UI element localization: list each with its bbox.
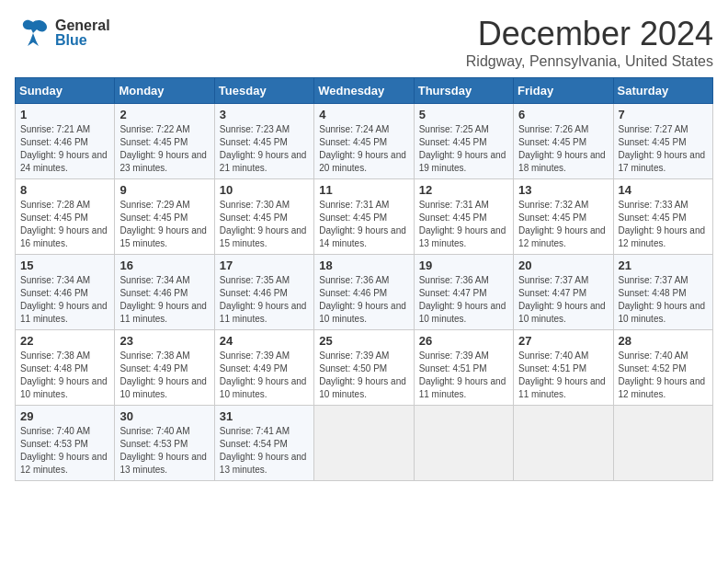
day-info: Sunrise: 7:29 AMSunset: 4:45 PMDaylight:… — [119, 200, 207, 248]
day-number: 18 — [319, 259, 408, 272]
logo: General Blue — [15, 15, 110, 52]
day-of-week-header: Sunday — [16, 78, 115, 104]
day-number: 30 — [119, 409, 209, 423]
location: Ridgway, Pennsylvania, United States — [466, 53, 713, 70]
day-number: 1 — [20, 108, 109, 121]
day-info: Sunrise: 7:40 AMSunset: 4:52 PMDaylight:… — [619, 350, 706, 399]
day-number: 15 — [20, 259, 109, 272]
day-info: Sunrise: 7:41 AMSunset: 4:54 PMDaylight:… — [220, 426, 307, 475]
calendar-day-cell: 23 Sunrise: 7:38 AMSunset: 4:49 PMDaylig… — [115, 330, 214, 406]
day-info: Sunrise: 7:30 AMSunset: 4:45 PMDaylight:… — [220, 200, 307, 248]
calendar-day-cell: 12 Sunrise: 7:31 AMSunset: 4:45 PMDaylig… — [414, 179, 513, 255]
calendar-table: SundayMondayTuesdayWednesdayThursdayFrid… — [15, 77, 713, 481]
calendar-day-cell: 13 Sunrise: 7:32 AMSunset: 4:45 PMDaylig… — [514, 179, 613, 255]
day-info: Sunrise: 7:27 AMSunset: 4:45 PMDaylight:… — [619, 124, 706, 173]
calendar-day-cell: 25 Sunrise: 7:39 AMSunset: 4:50 PMDaylig… — [314, 330, 414, 406]
day-of-week-header: Monday — [115, 78, 214, 104]
month-title: December 2024 — [466, 15, 713, 53]
day-info: Sunrise: 7:25 AMSunset: 4:45 PMDaylight:… — [419, 124, 506, 173]
day-info: Sunrise: 7:21 AMSunset: 4:46 PMDaylight:… — [20, 124, 108, 173]
day-number: 6 — [518, 108, 608, 121]
day-info: Sunrise: 7:40 AMSunset: 4:51 PMDaylight:… — [518, 350, 606, 399]
calendar-day-cell: 8 Sunrise: 7:28 AMSunset: 4:45 PMDayligh… — [16, 179, 115, 255]
calendar-day-cell: 2 Sunrise: 7:22 AMSunset: 4:45 PMDayligh… — [115, 104, 214, 179]
calendar-day-cell: 1 Sunrise: 7:21 AMSunset: 4:46 PMDayligh… — [16, 104, 115, 179]
day-of-week-header: Thursday — [414, 78, 513, 104]
calendar-week-row: 1 Sunrise: 7:21 AMSunset: 4:46 PMDayligh… — [16, 104, 713, 179]
day-of-week-header: Wednesday — [314, 78, 414, 104]
calendar-day-cell: 31 Sunrise: 7:41 AMSunset: 4:54 PMDaylig… — [214, 406, 313, 481]
logo-general: General — [55, 18, 110, 33]
day-number: 10 — [220, 183, 309, 197]
day-info: Sunrise: 7:26 AMSunset: 4:45 PMDaylight:… — [518, 124, 606, 173]
calendar-day-cell: 24 Sunrise: 7:39 AMSunset: 4:49 PMDaylig… — [214, 330, 313, 406]
day-of-week-header: Saturday — [613, 78, 712, 104]
calendar-day-cell: 29 Sunrise: 7:40 AMSunset: 4:53 PMDaylig… — [16, 406, 115, 481]
title-area: December 2024 Ridgway, Pennsylvania, Uni… — [466, 15, 713, 70]
day-number: 13 — [518, 183, 608, 197]
calendar-day-cell: 11 Sunrise: 7:31 AMSunset: 4:45 PMDaylig… — [314, 179, 414, 255]
day-info: Sunrise: 7:32 AMSunset: 4:45 PMDaylight:… — [518, 200, 606, 248]
day-info: Sunrise: 7:37 AMSunset: 4:47 PMDaylight:… — [518, 275, 606, 324]
logo-bird-icon — [15, 15, 51, 52]
calendar-day-cell: 22 Sunrise: 7:38 AMSunset: 4:48 PMDaylig… — [16, 330, 115, 406]
day-number: 20 — [518, 259, 608, 272]
day-number: 22 — [20, 334, 109, 348]
calendar-day-cell: 5 Sunrise: 7:25 AMSunset: 4:45 PMDayligh… — [414, 104, 513, 179]
calendar-week-row: 22 Sunrise: 7:38 AMSunset: 4:48 PMDaylig… — [16, 330, 713, 406]
day-number: 8 — [20, 183, 109, 197]
calendar-day-cell — [414, 406, 513, 481]
calendar-day-cell: 18 Sunrise: 7:36 AMSunset: 4:46 PMDaylig… — [314, 255, 414, 330]
day-number: 25 — [319, 334, 408, 348]
day-number: 29 — [20, 409, 109, 423]
calendar-week-row: 29 Sunrise: 7:40 AMSunset: 4:53 PMDaylig… — [16, 406, 713, 481]
day-number: 11 — [319, 183, 408, 197]
calendar-header-row: SundayMondayTuesdayWednesdayThursdayFrid… — [16, 78, 713, 104]
page-header: General Blue December 2024 Ridgway, Penn… — [15, 15, 713, 70]
day-number: 31 — [220, 409, 309, 423]
day-info: Sunrise: 7:31 AMSunset: 4:45 PMDaylight:… — [419, 200, 506, 248]
day-number: 7 — [619, 108, 708, 121]
calendar-day-cell — [514, 406, 613, 481]
calendar-day-cell: 7 Sunrise: 7:27 AMSunset: 4:45 PMDayligh… — [613, 104, 712, 179]
calendar-week-row: 8 Sunrise: 7:28 AMSunset: 4:45 PMDayligh… — [16, 179, 713, 255]
day-number: 14 — [619, 183, 708, 197]
calendar-day-cell: 9 Sunrise: 7:29 AMSunset: 4:45 PMDayligh… — [115, 179, 214, 255]
calendar-day-cell: 4 Sunrise: 7:24 AMSunset: 4:45 PMDayligh… — [314, 104, 414, 179]
day-number: 24 — [220, 334, 309, 348]
day-number: 27 — [518, 334, 608, 348]
calendar-day-cell: 6 Sunrise: 7:26 AMSunset: 4:45 PMDayligh… — [514, 104, 613, 179]
day-number: 5 — [419, 108, 508, 121]
day-info: Sunrise: 7:28 AMSunset: 4:45 PMDaylight:… — [20, 200, 108, 248]
day-number: 16 — [119, 259, 209, 272]
calendar-day-cell — [314, 406, 414, 481]
day-number: 19 — [419, 259, 508, 272]
logo-blue: Blue — [55, 33, 110, 48]
logo-text: General Blue — [55, 18, 110, 48]
day-number: 26 — [419, 334, 508, 348]
calendar-day-cell: 15 Sunrise: 7:34 AMSunset: 4:46 PMDaylig… — [16, 255, 115, 330]
day-info: Sunrise: 7:35 AMSunset: 4:46 PMDaylight:… — [220, 275, 307, 324]
day-info: Sunrise: 7:37 AMSunset: 4:48 PMDaylight:… — [619, 275, 706, 324]
calendar-week-row: 15 Sunrise: 7:34 AMSunset: 4:46 PMDaylig… — [16, 255, 713, 330]
day-info: Sunrise: 7:39 AMSunset: 4:50 PMDaylight:… — [319, 350, 406, 399]
day-info: Sunrise: 7:36 AMSunset: 4:46 PMDaylight:… — [319, 275, 406, 324]
day-info: Sunrise: 7:36 AMSunset: 4:47 PMDaylight:… — [419, 275, 506, 324]
day-number: 2 — [119, 108, 209, 121]
day-info: Sunrise: 7:34 AMSunset: 4:46 PMDaylight:… — [20, 275, 108, 324]
calendar-day-cell: 27 Sunrise: 7:40 AMSunset: 4:51 PMDaylig… — [514, 330, 613, 406]
day-info: Sunrise: 7:38 AMSunset: 4:49 PMDaylight:… — [119, 350, 207, 399]
calendar-day-cell: 17 Sunrise: 7:35 AMSunset: 4:46 PMDaylig… — [214, 255, 313, 330]
calendar-day-cell: 19 Sunrise: 7:36 AMSunset: 4:47 PMDaylig… — [414, 255, 513, 330]
day-info: Sunrise: 7:38 AMSunset: 4:48 PMDaylight:… — [20, 350, 108, 399]
day-number: 3 — [220, 108, 309, 121]
calendar-day-cell: 28 Sunrise: 7:40 AMSunset: 4:52 PMDaylig… — [613, 330, 712, 406]
calendar-day-cell: 26 Sunrise: 7:39 AMSunset: 4:51 PMDaylig… — [414, 330, 513, 406]
calendar-day-cell: 10 Sunrise: 7:30 AMSunset: 4:45 PMDaylig… — [214, 179, 313, 255]
calendar-day-cell: 30 Sunrise: 7:40 AMSunset: 4:53 PMDaylig… — [115, 406, 214, 481]
day-info: Sunrise: 7:33 AMSunset: 4:45 PMDaylight:… — [619, 200, 706, 248]
day-number: 17 — [220, 259, 309, 272]
day-number: 28 — [619, 334, 708, 348]
day-of-week-header: Tuesday — [214, 78, 313, 104]
day-number: 12 — [419, 183, 508, 197]
